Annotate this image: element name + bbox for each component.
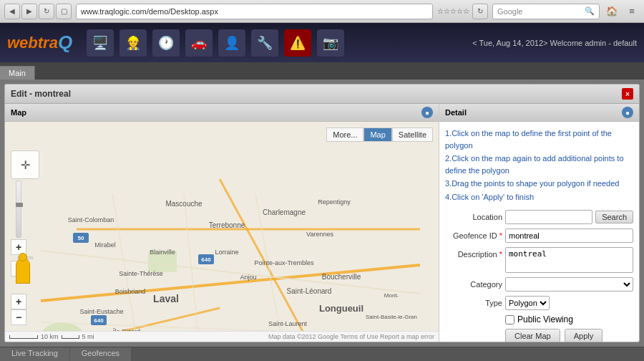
person-icon[interactable]: 👷 xyxy=(119,29,147,57)
map-more-button[interactable]: More... xyxy=(326,127,364,142)
location-input[interactable] xyxy=(505,210,592,224)
map-type-map-button[interactable]: Map xyxy=(364,127,391,142)
instruction-1: 1.Click on the map to define the first p… xyxy=(445,127,633,151)
svg-text:640: 640 xyxy=(201,256,211,263)
geofence-id-input[interactable] xyxy=(505,228,633,243)
home-button[interactable]: ▢ xyxy=(56,4,72,19)
geofence-id-label: Geofence ID xyxy=(445,231,502,240)
category-row: Category xyxy=(445,277,633,292)
svg-text:50: 50 xyxy=(78,235,84,241)
svg-text:Boucherville: Boucherville xyxy=(322,273,361,281)
alert-icon[interactable]: ⚠️ xyxy=(284,29,311,57)
reload-button[interactable]: ↻ xyxy=(472,4,488,19)
google-logo: Map data ©2012 Google Terms of Use Repor… xyxy=(268,333,434,340)
action-buttons-row: Clear Map Apply xyxy=(505,329,633,342)
svg-text:Saint-Colomban: Saint-Colomban xyxy=(68,216,114,223)
zoom-buttons: + − xyxy=(11,294,26,325)
map-panel: Map ● xyxy=(5,104,439,342)
category-select[interactable] xyxy=(505,277,633,292)
geofence-id-row: Geofence ID xyxy=(445,228,633,243)
back-button[interactable]: ◀ xyxy=(4,4,20,19)
map-background: 50 640 640 125 20 Mascouche Saint-Co xyxy=(5,122,439,331)
refresh-button[interactable]: ↻ xyxy=(39,4,54,19)
app-logo: webtraQ xyxy=(7,32,72,54)
clock-icon[interactable]: 🕐 xyxy=(152,29,180,57)
detail-panel-icon: ● xyxy=(622,107,633,118)
bottom-nav: Live Tracking Geofences xyxy=(0,347,644,361)
public-viewing-checkbox[interactable] xyxy=(505,315,514,324)
location-label: Location xyxy=(445,213,502,221)
svg-text:Île-Bizard: Île-Bizard xyxy=(112,328,140,331)
header-date-info: < Tue, Aug 14, 2012> Welcome admin - def… xyxy=(472,39,637,47)
header-icons: 🖥️ 👷 🕐 🚗 👤 🔧 ⚠️ 📷 xyxy=(87,29,472,57)
svg-text:Pointe-aux-Trembles: Pointe-aux-Trembles xyxy=(254,259,314,266)
svg-text:Saint-Basile-le-Gran: Saint-Basile-le-Gran xyxy=(366,314,417,320)
star-icon: ☆☆☆☆☆ xyxy=(437,7,469,15)
public-viewing-label: Public Viewing xyxy=(517,314,573,324)
category-label: Category xyxy=(445,280,502,289)
map-credits: Map data ©2012 Google Terms of Use Repor… xyxy=(268,333,434,340)
tools-icon[interactable]: 🔧 xyxy=(251,29,278,57)
scale-bar-mi xyxy=(62,335,79,339)
map-svg: 50 640 640 125 20 Mascouche Saint-Co xyxy=(5,122,439,331)
content-area: Edit - montreal × Map ● xyxy=(0,80,644,347)
svg-text:Mirabel: Mirabel xyxy=(94,241,116,249)
monitor-icon[interactable]: 🖥️ xyxy=(87,29,114,57)
url-text: www.traqlogic.com/demo/Desktop.aspx xyxy=(81,7,218,16)
svg-text:Longueuil: Longueuil xyxy=(319,303,364,314)
home-icon[interactable]: 🏠 xyxy=(604,4,620,19)
bottom-tab-live-tracking[interactable]: Live Tracking xyxy=(0,347,70,361)
svg-text:Anjou: Anjou xyxy=(240,274,256,281)
type-label: Type xyxy=(445,299,502,307)
plus-zoom-button[interactable]: + xyxy=(11,294,26,309)
svg-text:Charlemagne: Charlemagne xyxy=(263,208,306,216)
bottom-tab-geofences[interactable]: Geofences xyxy=(70,347,132,361)
svg-text:640: 640 xyxy=(94,317,104,324)
address-bar[interactable]: www.traqlogic.com/demo/Desktop.aspx xyxy=(76,4,433,19)
edit-dialog: Edit - montreal × Map ● xyxy=(4,84,640,342)
dialog-title: Edit - montreal xyxy=(11,89,71,99)
minus-zoom-button[interactable]: − xyxy=(11,309,26,325)
dialog-body: Map ● xyxy=(5,104,639,342)
type-row: Type Polygon xyxy=(445,296,633,310)
svg-text:Laval: Laval xyxy=(153,293,179,304)
menu-icon[interactable]: ≡ xyxy=(624,4,640,19)
svg-text:Mascouche: Mascouche xyxy=(165,200,203,208)
clear-map-button[interactable]: Clear Map xyxy=(505,329,560,342)
svg-text:Blainville: Blainville xyxy=(150,249,175,256)
instructions: 1.Click on the map to define the first p… xyxy=(445,127,633,203)
map-type-buttons: More... Map Satellite xyxy=(326,127,433,142)
svg-text:Saint-Eustache: Saint-Eustache xyxy=(79,308,123,315)
zoom-slider[interactable] xyxy=(16,180,21,238)
search-icon: 🔍 xyxy=(585,6,595,16)
svg-text:Saint-Laurent: Saint-Laurent xyxy=(268,320,308,327)
compass-control[interactable]: ✛ xyxy=(11,150,39,179)
type-select[interactable]: Polygon xyxy=(505,296,550,310)
instruction-3: 3.Drag the points to shape your polygon … xyxy=(445,178,633,190)
photo-icon[interactable]: 📷 xyxy=(317,29,344,57)
map-panel-title: Map xyxy=(11,108,26,117)
svg-text:Mont-: Mont- xyxy=(384,292,399,299)
main-tab[interactable]: Main xyxy=(0,66,35,80)
map-container[interactable]: 50 640 640 125 20 Mascouche Saint-Co xyxy=(5,122,439,331)
detail-panel-title: Detail xyxy=(445,108,467,117)
description-row: Description montreal xyxy=(445,247,633,273)
scale-bar xyxy=(9,335,38,339)
app-header: webtraQ 🖥️ 👷 🕐 🚗 👤 🔧 ⚠️ 📷 < Tue, Aug 14,… xyxy=(0,23,644,62)
streetview-icon[interactable] xyxy=(16,258,30,284)
browser-bar: ◀ ▶ ↻ ▢ www.traqlogic.com/demo/Desktop.a… xyxy=(0,0,644,23)
search-button[interactable]: Search xyxy=(595,211,633,223)
forward-button[interactable]: ▶ xyxy=(21,4,37,19)
car-icon[interactable]: 🚗 xyxy=(185,29,213,57)
map-type-satellite-button[interactable]: Satellite xyxy=(392,127,433,142)
svg-text:Saint-Hubert: Saint-Hubert xyxy=(350,330,390,331)
description-input[interactable]: montreal xyxy=(505,247,633,273)
nav-buttons: ◀ ▶ ↻ ▢ xyxy=(4,4,72,19)
svg-text:Saint-Léonard: Saint-Léonard xyxy=(287,287,332,295)
map-panel-header: Map ● xyxy=(5,104,439,122)
user-icon[interactable]: 👤 xyxy=(218,29,245,57)
search-bar[interactable]: Google 🔍 xyxy=(492,4,600,19)
close-button[interactable]: × xyxy=(622,88,633,100)
apply-button[interactable]: Apply xyxy=(565,329,603,342)
search-placeholder: Google xyxy=(497,7,522,16)
